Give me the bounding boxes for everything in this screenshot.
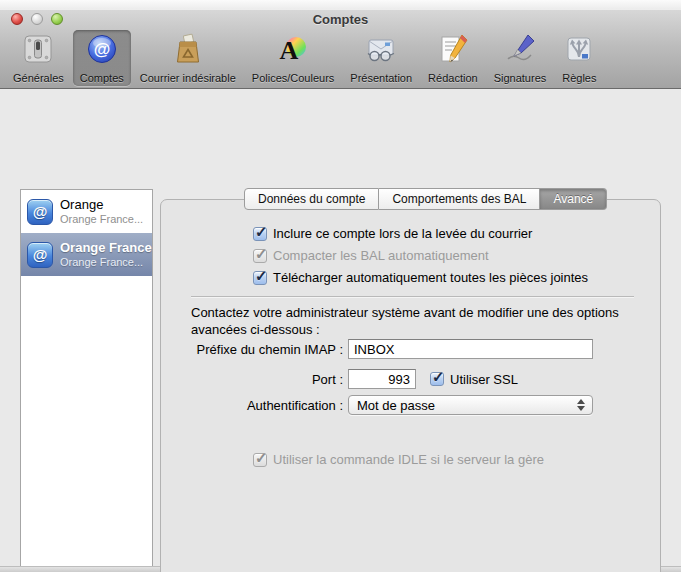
toolbar-label: Règles	[562, 72, 596, 84]
toolbar-item-regles[interactable]: Règles	[555, 30, 603, 86]
authentication-popup[interactable]: Mot de passe	[348, 395, 593, 415]
advanced-panel: Inclure ce compte lors de la levée du co…	[160, 199, 661, 572]
ssl-checkbox-row[interactable]: Utiliser SSL	[430, 372, 518, 387]
account-row-orange-france[interactable]: Orange France Orange France...	[21, 233, 152, 276]
rules-icon	[562, 32, 596, 66]
account-detail: Orange France...	[60, 256, 152, 269]
port-label: Port :	[163, 372, 343, 387]
authentication-row: Authentification : Mot de passe	[163, 395, 593, 415]
toolbar-item-polices-couleurs[interactable]: A Polices/Couleurs	[245, 30, 342, 86]
checkbox-checked-icon[interactable]	[253, 271, 267, 285]
junk-bag-icon	[171, 32, 205, 66]
account-at-icon	[27, 242, 53, 268]
tab-avance[interactable]: Avancé	[540, 188, 607, 210]
toolbar-label: Signatures	[494, 72, 547, 84]
checkbox-checked-icon[interactable]	[253, 227, 267, 241]
account-list: Orange Orange France... Orange France Or…	[20, 189, 153, 572]
account-at-icon	[27, 199, 53, 225]
port-input[interactable]	[348, 369, 416, 389]
signature-pen-icon	[503, 32, 537, 66]
checkbox-label: Utiliser la commande IDLE si le serveur …	[273, 452, 544, 467]
checkbox-checked-icon[interactable]	[430, 372, 444, 386]
envelope-glasses-icon	[364, 32, 398, 66]
checkbox-row-download-attachments[interactable]: Télécharger automatiquement toutes les p…	[253, 270, 588, 285]
popup-selected-value: Mot de passe	[349, 398, 435, 413]
toolbar-item-generales[interactable]: Générales	[6, 30, 71, 86]
account-detail: Orange France...	[60, 213, 143, 226]
checkbox-checked-disabled-icon	[253, 453, 267, 467]
account-tabs: Données du compte Comportements des BAL …	[244, 188, 607, 210]
checkbox-row-include-account[interactable]: Inclure ce compte lors de la levée du co…	[253, 226, 532, 241]
compose-icon	[436, 32, 470, 66]
switch-icon	[21, 32, 55, 66]
toolbar-item-redaction[interactable]: Rédaction	[421, 30, 485, 86]
svg-text:@: @	[93, 40, 110, 59]
checkbox-row-compact-mailboxes: Compacter les BAL automatiquement	[253, 248, 489, 263]
content-area: Orange Orange France... Orange France Or…	[0, 89, 681, 572]
toolbar-label: Rédaction	[428, 72, 478, 84]
toolbar-item-signatures[interactable]: Signatures	[487, 30, 554, 86]
checkbox-row-idle: Utiliser la commande IDLE si le serveur …	[253, 452, 544, 467]
authentication-label: Authentification :	[163, 398, 343, 413]
toolbar-item-comptes[interactable]: @ Comptes	[73, 30, 131, 86]
toolbar-label: Courrier indésirable	[140, 72, 236, 84]
preferences-toolbar: Générales @ Comptes Courr	[6, 30, 604, 86]
checkbox-label: Inclure ce compte lors de la levée du co…	[273, 226, 532, 241]
toolbar-label: Polices/Couleurs	[252, 72, 335, 84]
toolbar-label: Présentation	[350, 72, 412, 84]
checkbox-label: Compacter les BAL automatiquement	[273, 248, 489, 263]
port-row: Port : Utiliser SSL	[163, 369, 518, 389]
svg-text:A: A	[280, 36, 299, 65]
toolbar-item-presentation[interactable]: Présentation	[343, 30, 419, 86]
imap-prefix-row: Préfixe du chemin IMAP :	[163, 339, 593, 359]
checkbox-label: Télécharger automatiquement toutes les p…	[273, 270, 588, 285]
tab-donnees-du-compte[interactable]: Données du compte	[244, 188, 379, 210]
toolbar-item-courrier-indesirable[interactable]: Courrier indésirable	[133, 30, 243, 86]
admin-notice: Contactez votre administrateur système a…	[191, 304, 623, 338]
titlebar: Comptes	[0, 9, 681, 29]
popup-stepper-icon	[577, 399, 585, 411]
tab-comportements-des-bal[interactable]: Comportements des BAL	[379, 188, 540, 210]
imap-prefix-input[interactable]	[348, 339, 593, 359]
fonts-colors-icon: A	[276, 32, 310, 66]
imap-prefix-label: Préfixe du chemin IMAP :	[163, 342, 343, 357]
account-name: Orange	[60, 198, 143, 213]
at-icon: @	[85, 32, 119, 66]
toolbar-label: Comptes	[80, 72, 124, 84]
checkbox-checked-disabled-icon	[253, 249, 267, 263]
separator	[191, 296, 634, 297]
preferences-window: Comptes Générales	[0, 0, 681, 572]
account-name: Orange France	[60, 241, 152, 256]
toolbar-label: Générales	[13, 72, 64, 84]
account-row-orange[interactable]: Orange Orange France...	[21, 190, 152, 233]
window-title: Comptes	[0, 12, 681, 27]
ssl-label: Utiliser SSL	[450, 372, 518, 387]
